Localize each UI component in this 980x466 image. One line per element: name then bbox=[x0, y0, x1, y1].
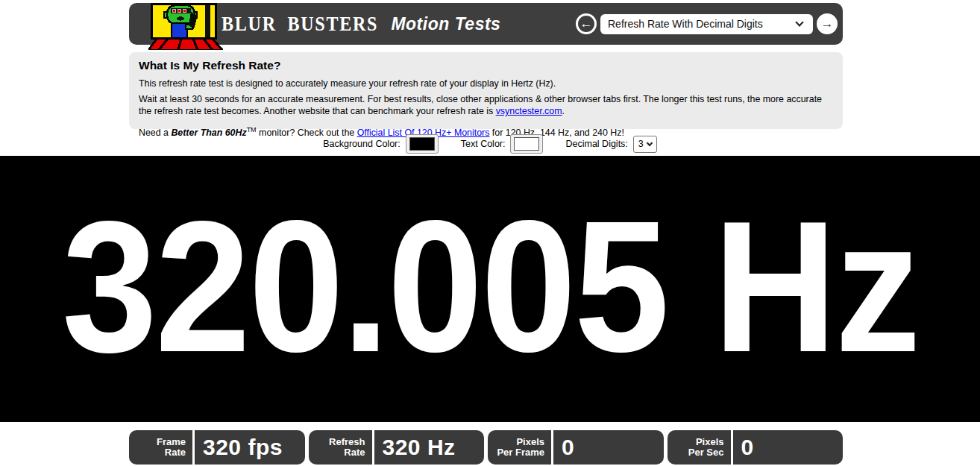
text-color-label: Text Color: bbox=[461, 139, 506, 149]
text-color-value bbox=[514, 137, 539, 151]
intro-text: This refresh rate test is designed to ac… bbox=[139, 78, 833, 89]
decimal-digits-control: Decimal Digits: 3 bbox=[565, 136, 656, 153]
refresh-rate-value: 320.005 Hz bbox=[62, 194, 919, 385]
text-color-control: Text Color: bbox=[461, 134, 544, 154]
brand-title: BLUR BUSTERS Motion Tests bbox=[222, 3, 500, 45]
stat-label-line1: Frame bbox=[157, 437, 186, 448]
advice-text-body: Wait at least 30 seconds for an accurate… bbox=[139, 94, 822, 116]
background-color-label: Background Color: bbox=[323, 139, 401, 149]
background-color-value bbox=[409, 137, 435, 151]
brand-subtitle-text: Motion Tests bbox=[391, 14, 500, 34]
background-color-control: Background Color: bbox=[323, 134, 439, 154]
background-color-swatch[interactable] bbox=[406, 134, 439, 154]
stat-pixels-per-sec: Pixels Per Sec 0 bbox=[668, 430, 844, 465]
arrow-left-icon: ← bbox=[580, 16, 593, 31]
advice-text: Wait at least 30 seconds for an accurate… bbox=[139, 93, 833, 117]
next-test-button[interactable]: → bbox=[817, 13, 838, 34]
stats-bar: Frame Rate 320 fps Refresh Rate 320 Hz P… bbox=[129, 430, 843, 465]
controls-bar: Background Color: Text Color: Decimal Di… bbox=[0, 133, 980, 155]
stat-label-line2: Rate bbox=[165, 447, 186, 459]
vsynctester-link[interactable]: vsynctester.com bbox=[496, 106, 562, 116]
stat-label-line2: Per Frame bbox=[497, 447, 544, 459]
stat-label: Pixels Per Frame bbox=[488, 430, 551, 465]
page: BLUR BUSTERS Motion Tests ← Refresh Rate… bbox=[0, 0, 980, 466]
decimal-digits-value: 3 bbox=[638, 139, 644, 149]
test-select[interactable]: Refresh Rate With Decimal Digits bbox=[600, 14, 813, 34]
stat-label-line1: Refresh bbox=[329, 437, 365, 448]
test-select-value: Refresh Rate With Decimal Digits bbox=[608, 18, 797, 30]
chevron-down-icon bbox=[647, 139, 653, 145]
stat-value: 320 Hz bbox=[374, 430, 485, 465]
advice-period: . bbox=[562, 106, 564, 116]
refresh-rate-display: 320.005 Hz bbox=[0, 156, 980, 422]
blur-busters-alien-logo-icon bbox=[148, 3, 223, 50]
stat-refresh-rate: Refresh Rate 320 Hz bbox=[309, 430, 485, 465]
decimal-digits-select[interactable]: 3 bbox=[633, 136, 657, 153]
chevron-down-icon bbox=[795, 18, 803, 26]
stat-label: Frame Rate bbox=[129, 430, 192, 465]
previous-test-button[interactable]: ← bbox=[576, 13, 597, 34]
stat-value: 0 bbox=[553, 430, 664, 465]
stat-value: 0 bbox=[733, 430, 844, 465]
test-navigation: ← Refresh Rate With Decimal Digits → bbox=[576, 3, 838, 45]
stat-label-line2: Per Sec bbox=[688, 447, 724, 459]
text-color-swatch[interactable] bbox=[510, 134, 543, 154]
stat-value: 320 fps bbox=[195, 430, 305, 465]
arrow-right-icon: → bbox=[821, 16, 834, 31]
stat-pixels-per-frame: Pixels Per Frame 0 bbox=[488, 430, 664, 465]
stat-label-line1: Pixels bbox=[696, 437, 724, 448]
stat-frame-rate: Frame Rate 320 fps bbox=[129, 430, 305, 465]
stat-label: Refresh Rate bbox=[309, 430, 372, 465]
header-bar: BLUR BUSTERS Motion Tests ← Refresh Rate… bbox=[129, 3, 843, 45]
stat-label: Pixels Per Sec bbox=[668, 430, 731, 465]
stat-label-line2: Rate bbox=[344, 447, 365, 459]
brand-name-text: BLUR BUSTERS bbox=[222, 12, 378, 36]
page-title: What Is My Refresh Rate? bbox=[139, 59, 833, 72]
stat-label-line1: Pixels bbox=[516, 437, 544, 448]
info-panel: What Is My Refresh Rate? This refresh ra… bbox=[129, 52, 843, 129]
decimal-digits-label: Decimal Digits: bbox=[565, 139, 627, 149]
